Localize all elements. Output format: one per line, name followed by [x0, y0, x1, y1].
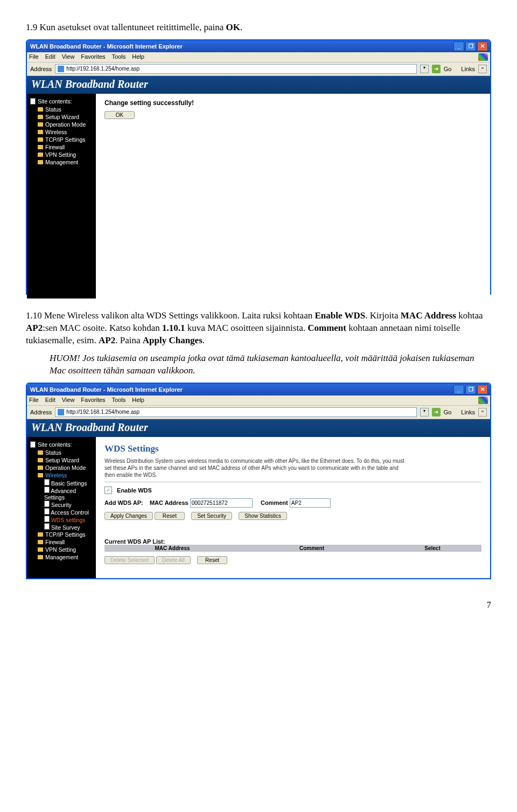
windows-flag-icon [478, 53, 488, 61]
comment-input[interactable] [290, 498, 331, 508]
url-dropdown[interactable]: ▾ [420, 65, 429, 73]
url-field[interactable]: http://192.168.1.254/home.asp [55, 64, 416, 74]
sidebar-sub-basic[interactable]: Basic Settings [27, 479, 96, 487]
menu-view[interactable]: View [62, 397, 75, 404]
menu-help[interactable]: Help [132, 397, 144, 404]
sidebar-item-vpn[interactable]: VPN Setting [27, 151, 96, 158]
menu-help[interactable]: Help [132, 53, 144, 61]
folder-icon [38, 115, 43, 119]
address-label: Address [30, 409, 52, 415]
sidebar-item-wireless[interactable]: Wireless [27, 128, 96, 136]
address-label: Address [30, 66, 52, 72]
sidebar-item-tcpip[interactable]: TCP/IP Settings [27, 531, 96, 538]
sidebar-sub-security[interactable]: Security [27, 501, 96, 508]
page-number: 7 [26, 600, 491, 610]
folder-icon [38, 450, 43, 455]
sidebar-item-management[interactable]: Management [27, 553, 96, 561]
ok-button[interactable]: OK [104, 111, 135, 119]
go-button[interactable]: ➔ [432, 65, 441, 73]
maximize-button[interactable]: ❐ [465, 41, 476, 51]
links-chevron-icon[interactable]: » [478, 408, 487, 417]
delete-selected-button: Delete Selected [104, 556, 155, 564]
folder-icon [38, 555, 43, 559]
sidebar-item-tcpip[interactable]: TCP/IP Settings [27, 136, 96, 143]
ie-titlebar-2: WLAN Broadband Router - Microsoft Intern… [27, 384, 490, 395]
go-button[interactable]: ➔ [432, 408, 441, 417]
page-icon [44, 479, 50, 485]
sidebar-item-wireless[interactable]: Wireless [27, 471, 96, 479]
url-dropdown[interactable]: ▾ [420, 408, 429, 417]
sidebar-sub-advanced[interactable]: Advanced Settings [27, 487, 96, 501]
sidebar-item-firewall[interactable]: Firewall [27, 538, 96, 546]
sidebar-item-status[interactable]: Status [27, 449, 96, 456]
sidebar-item-operation-mode[interactable]: Operation Mode [27, 121, 96, 128]
comment-label: Comment [261, 499, 288, 506]
windows-flag-icon [478, 397, 488, 404]
folder-icon [38, 473, 43, 477]
folder-icon [38, 137, 43, 142]
sidebar-item-management[interactable]: Management [27, 158, 96, 166]
page-icon [44, 487, 50, 493]
folder-icon [38, 145, 43, 149]
page-icon [44, 501, 50, 507]
menu-file[interactable]: File [29, 53, 39, 61]
menu-edit[interactable]: Edit [45, 397, 55, 404]
reset-list-button[interactable]: Reset [197, 556, 227, 564]
sidebar-sub-site-survey[interactable]: Site Survey [27, 523, 96, 531]
sidebar-item-firewall[interactable]: Firewall [27, 143, 96, 151]
url-field[interactable]: http://192.168.1.254/home.asp [55, 407, 416, 417]
sidebar-2: Site contents: Status Setup Wizard Opera… [27, 437, 96, 578]
sidebar-item-setup-wizard[interactable]: Setup Wizard [27, 113, 96, 121]
go-label: Go [444, 66, 452, 72]
sidebar-1: Site contents: Status Setup Wizard Opera… [27, 94, 96, 299]
folder-icon [38, 122, 43, 127]
links-chevron-icon[interactable]: » [478, 65, 487, 73]
folder-icon [38, 466, 43, 470]
close-button[interactable]: ✕ [477, 41, 488, 51]
wds-list-header: MAC Address Comment Select [104, 545, 481, 552]
router-banner-2: WLAN Broadband Router [27, 419, 490, 437]
folder-icon [38, 547, 43, 552]
minimize-button[interactable]: _ [453, 41, 464, 51]
menu-tools[interactable]: Tools [112, 53, 126, 61]
enable-wds-checkbox[interactable]: ✓ [104, 487, 112, 494]
wds-list-title: Current WDS AP List: [104, 538, 481, 545]
set-security-button[interactable]: Set Security [191, 512, 232, 520]
ie-titlebar: WLAN Broadband Router - Microsoft Intern… [27, 40, 490, 52]
menu-favorites[interactable]: Favorites [81, 53, 105, 61]
sidebar-sub-access-control[interactable]: Access Control [27, 508, 96, 516]
page-icon [30, 441, 36, 448]
content-2: WDS Settings Wireless Distribution Syste… [96, 437, 490, 578]
huom-paragraph: HUOM! Jos tukiasemia on useampia jotka o… [50, 352, 491, 377]
reset-button[interactable]: Reset [155, 512, 185, 520]
sidebar-sub-wds-settings[interactable]: WDS settings [27, 516, 96, 523]
menu-favorites[interactable]: Favorites [81, 397, 105, 404]
page-icon [44, 508, 50, 515]
show-statistics-button[interactable]: Show Statistics [239, 512, 287, 520]
ie-title-2: WLAN Broadband Router - Microsoft Intern… [30, 386, 183, 393]
sidebar-item-vpn[interactable]: VPN Setting [27, 546, 96, 553]
folder-icon [38, 458, 43, 462]
menu-view[interactable]: View [62, 53, 75, 61]
wds-heading: WDS Settings [104, 443, 481, 454]
mac-input[interactable] [190, 498, 253, 508]
sidebar-item-operation-mode[interactable]: Operation Mode [27, 464, 96, 471]
ie-address-bar: Address http://192.168.1.254/home.asp ▾ … [27, 63, 490, 76]
go-label: Go [444, 409, 452, 415]
sidebar-item-status[interactable]: Status [27, 106, 96, 113]
sidebar-item-setup-wizard[interactable]: Setup Wizard [27, 456, 96, 464]
menu-file[interactable]: File [29, 397, 39, 404]
wds-list-buttons: Delete Selected Delete All Reset [104, 556, 481, 564]
page-icon [58, 66, 64, 72]
ie-window-1: WLAN Broadband Router - Microsoft Intern… [26, 39, 491, 295]
maximize-button[interactable]: ❐ [465, 385, 476, 394]
ie-menubar-2: File Edit View Favorites Tools Help [27, 395, 490, 406]
apply-changes-button[interactable]: Apply Changes [104, 512, 153, 520]
wds-buttons-row: Apply Changes Reset Set Security Show St… [104, 512, 481, 520]
menu-tools[interactable]: Tools [112, 397, 126, 404]
close-button[interactable]: ✕ [477, 385, 488, 394]
menu-edit[interactable]: Edit [45, 53, 55, 61]
minimize-button[interactable]: _ [453, 385, 464, 394]
links-label: Links [461, 66, 475, 72]
folder-icon [38, 532, 43, 537]
